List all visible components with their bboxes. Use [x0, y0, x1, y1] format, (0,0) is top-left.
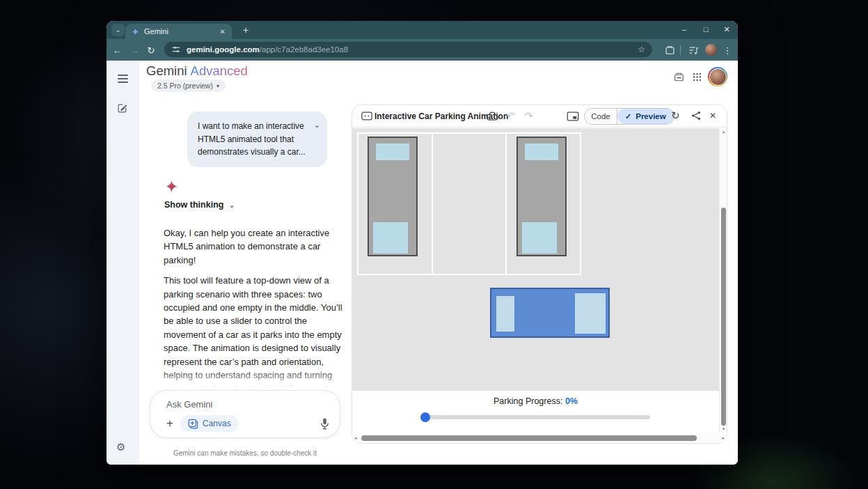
tab-strip: ⌄ Gemini ✕ + – □ ✕: [106, 21, 738, 39]
prompt-composer: + Canvas: [150, 390, 340, 438]
share-icon[interactable]: [691, 110, 702, 121]
scroll-down-icon[interactable]: ▼: [720, 427, 727, 431]
preview-tab[interactable]: ✓ Preview: [617, 109, 674, 124]
preview-tab-label: Preview: [636, 112, 665, 121]
code-tab[interactable]: Code: [585, 109, 617, 124]
disclaimer-text: Gemini can make mistakes, so double-chec…: [150, 449, 340, 457]
browser-window: ⌄ Gemini ✕ + – □ ✕ ← → ↻ gemini.google.c…: [106, 21, 738, 465]
code-preview-toggle: Code ✓ Preview: [584, 108, 674, 125]
scroll-left-icon[interactable]: ◂: [354, 435, 357, 441]
model-selector[interactable]: 2.5 Pro (preview) ▾: [151, 79, 226, 92]
refresh-icon[interactable]: ↻: [671, 109, 680, 122]
progress-value: 0%: [565, 396, 578, 406]
site-info-icon[interactable]: [171, 45, 181, 54]
apps-grid-icon[interactable]: [691, 71, 703, 83]
new-tab-button[interactable]: +: [239, 23, 253, 37]
canvas-header: Interactive Car Parking Animation ↶ ↷ Co…: [352, 105, 727, 127]
text-fade-overlay: [145, 370, 350, 391]
horizontal-scrollbar-thumb[interactable]: [361, 435, 697, 441]
new-chat-icon[interactable]: [116, 102, 129, 115]
moving-car: [490, 288, 610, 338]
forward-button[interactable]: →: [129, 45, 140, 56]
sidebar-rail: ⚙: [106, 61, 139, 465]
browser-menu-button[interactable]: ⋮: [722, 45, 733, 56]
tab-close-button[interactable]: ✕: [220, 28, 226, 36]
answer-paragraph: Okay, I can help you create an interacti…: [164, 226, 343, 267]
add-attachment-button[interactable]: +: [164, 417, 176, 430]
car-rear-window: [522, 222, 557, 254]
parking-space-2: [432, 134, 506, 274]
mic-icon[interactable]: [319, 417, 331, 431]
redo-icon[interactable]: ↷: [525, 110, 533, 121]
url-host: gemini.google.com: [187, 45, 260, 54]
print-icon[interactable]: [673, 71, 685, 83]
cloud-save-icon: [486, 111, 498, 121]
tab-title: Gemini: [144, 27, 220, 36]
parked-car-right: [516, 137, 567, 256]
address-bar[interactable]: gemini.google.com/app/c7a2eb8ad3ee10a8 ☆: [164, 42, 652, 57]
page-title: GeminiAdvanced: [146, 63, 248, 79]
open-in-window-icon[interactable]: [567, 111, 579, 121]
canvas-panel: Interactive Car Parking Animation ↶ ↷ Co…: [352, 104, 727, 444]
animation-controls: Parking Progress: 0%: [352, 391, 719, 433]
gemini-app: ⚙ GeminiAdvanced 2.5 Pro (preview) ▾ I w…: [106, 61, 738, 465]
main-menu-icon[interactable]: [118, 75, 128, 85]
scroll-right-icon[interactable]: ▸: [722, 435, 725, 441]
parking-slider[interactable]: [422, 415, 650, 419]
expand-message-chevron-icon[interactable]: ⌄: [314, 121, 320, 130]
window-minimize-button[interactable]: –: [679, 25, 689, 33]
tab-gemini[interactable]: Gemini ✕: [125, 24, 232, 39]
animation-preview: [352, 128, 719, 391]
tab-search-button[interactable]: ⌄: [111, 24, 125, 36]
show-thinking-toggle[interactable]: Show thinking ⌄: [164, 200, 235, 210]
car-windshield: [575, 293, 606, 334]
canvas-close-icon[interactable]: ✕: [709, 111, 716, 121]
back-button[interactable]: ←: [111, 45, 123, 56]
scroll-up-icon[interactable]: ▲: [720, 130, 727, 134]
check-icon: ✓: [625, 112, 631, 121]
canvas-icon: [188, 419, 198, 429]
car-rear-window: [496, 296, 514, 332]
model-label: 2.5 Pro (preview): [157, 82, 213, 90]
account-avatar[interactable]: [708, 67, 727, 86]
window-maximize-button[interactable]: □: [701, 25, 711, 33]
slider-thumb[interactable]: [420, 412, 430, 422]
progress-label: Parking Progress: 0%: [352, 396, 719, 406]
parked-car-left: [368, 137, 418, 256]
brand-gemini: Gemini: [146, 63, 187, 78]
ask-gemini-input[interactable]: [165, 398, 307, 410]
toolbar-divider: [680, 45, 681, 55]
media-controls-icon[interactable]: [688, 45, 700, 56]
browser-profile-avatar[interactable]: [705, 44, 717, 56]
gemini-sparkle-icon: [165, 180, 178, 193]
user-message-text: I want to make an interactive HTML5 anim…: [198, 120, 308, 159]
chevron-down-icon: ▾: [216, 83, 219, 89]
settings-icon[interactable]: ⚙: [116, 441, 125, 453]
show-thinking-label: Show thinking: [164, 200, 223, 210]
car-rear-window: [373, 222, 408, 254]
canvas-chip-button[interactable]: Canvas: [180, 415, 239, 432]
car-windshield: [376, 143, 409, 160]
undo-icon[interactable]: ↶: [507, 110, 515, 121]
side-panel-icon[interactable]: [664, 45, 675, 56]
horizontal-scrollbar[interactable]: ◂ ▸: [352, 433, 727, 444]
vertical-scrollbar-thumb[interactable]: [721, 208, 726, 426]
brand-advanced: Advanced: [191, 63, 248, 78]
vertical-scrollbar[interactable]: ▲ ▼: [719, 128, 727, 433]
browser-toolbar: ← → ↻ gemini.google.com/app/c7a2eb8ad3ee…: [106, 39, 738, 61]
url-path: /app/c7a2eb8ad3ee10a8: [260, 45, 348, 54]
reload-button[interactable]: ↻: [145, 45, 157, 56]
canvas-chip-label: Canvas: [203, 419, 231, 428]
chevron-down-icon: ⌄: [228, 201, 235, 210]
car-windshield: [525, 143, 558, 160]
progress-label-text: Parking Progress:: [494, 396, 562, 406]
bookmark-star-icon[interactable]: ☆: [638, 45, 645, 54]
window-close-button[interactable]: ✕: [722, 25, 732, 34]
user-message-bubble: I want to make an interactive HTML5 anim…: [187, 111, 327, 167]
gemini-favicon-spark-icon: [132, 28, 139, 36]
canvas-doc-icon: [361, 111, 372, 121]
